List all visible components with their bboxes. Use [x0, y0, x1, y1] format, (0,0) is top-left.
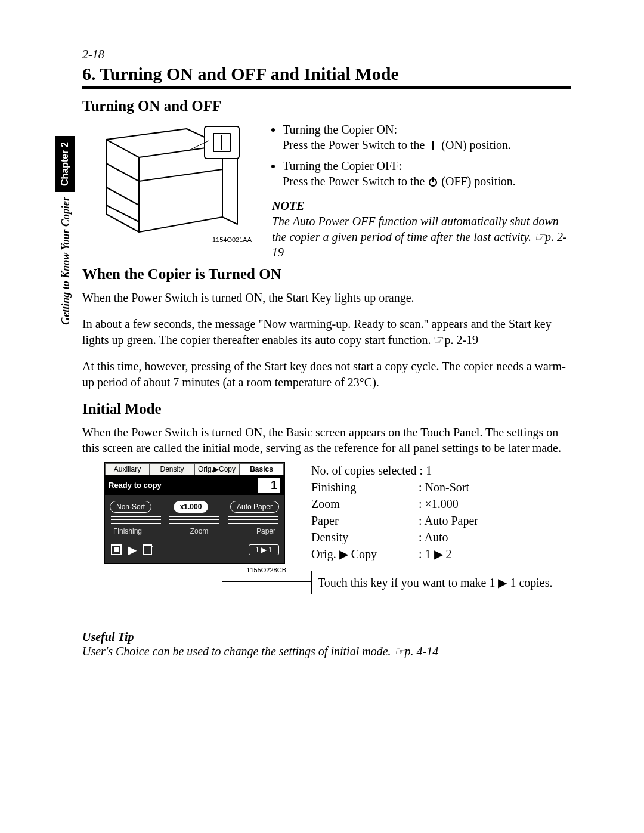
status-text: Ready to copy	[109, 481, 162, 490]
setting-value: : Auto Paper	[419, 512, 478, 529]
panel-label-paper: Paper	[256, 527, 275, 535]
svg-rect-6	[432, 141, 434, 150]
turnedon-p1: When the Power Switch is turned ON, the …	[82, 290, 571, 305]
page-number: 2-18	[82, 48, 571, 61]
turnedon-p3: At this time, however, pressing of the S…	[82, 358, 571, 390]
onoff-description: Turning the Copier ON: Press the Power S…	[272, 122, 571, 260]
status-bar: Ready to copy 1	[105, 475, 284, 495]
setting-label: Paper	[311, 512, 419, 529]
section-heading-onoff: Turning ON and OFF	[82, 98, 571, 114]
setting-value: : Non-Sort	[419, 479, 469, 496]
tab-orig-copy[interactable]: Orig.▶Copy	[194, 463, 239, 475]
setting-label: Zoom	[311, 496, 419, 512]
useful-tip-body: User's Choice can be used to change the …	[82, 644, 571, 658]
side-section-title: Getting to Know Your Copier	[60, 197, 72, 325]
illustration-id: 1154O021AA	[212, 236, 252, 243]
bullet-off: Turning the Copier OFF: Press the Power …	[283, 158, 571, 190]
setting-value: : ×1.000	[419, 496, 459, 512]
off-position-icon	[428, 176, 438, 187]
copy-doc-icon	[141, 543, 154, 556]
setting-value: : 1 ▶ 2	[419, 546, 452, 562]
callout-leader-line	[222, 581, 311, 582]
copier-illustration: 1154O021AA	[82, 122, 255, 243]
section-heading-initial: Initial Mode	[82, 401, 571, 417]
svg-rect-11	[143, 545, 151, 555]
copy-count: 1	[258, 478, 280, 493]
bullet-on: Turning the Copier ON: Press the Power S…	[283, 122, 571, 153]
orig-copy-icons: ▶	[110, 543, 154, 557]
callout-box: Touch this key if you want to make 1 ▶ 1…	[311, 571, 559, 594]
setting-label: Density	[311, 529, 419, 546]
pill-autopaper[interactable]: Auto Paper	[230, 501, 279, 513]
setting-label: Finishing	[311, 479, 419, 496]
touch-panel-screenshot: Auxiliary Density Orig.▶Copy Basics Read…	[104, 462, 285, 564]
panel-label-zoom: Zoom	[190, 527, 209, 535]
one-to-one-button[interactable]: 1 ▶ 1	[249, 544, 279, 555]
copies-selected: No. of copies selected : 1	[311, 462, 559, 479]
section-heading-turnedon: When the Copier is Turned ON	[82, 266, 571, 283]
turnedon-p2: In about a few seconds, the message "Now…	[82, 316, 571, 348]
tab-basics[interactable]: Basics	[239, 463, 284, 475]
page-title: 6. Turning ON and OFF and Initial Mode	[82, 64, 571, 84]
underline-icon	[111, 516, 161, 524]
page-content: 2-18 6. Turning ON and OFF and Initial M…	[82, 48, 571, 658]
underline-icon	[228, 516, 278, 524]
panel-image-id: 1155O228CB	[246, 566, 286, 574]
pill-zoom[interactable]: x1.000	[174, 501, 209, 513]
chapter-tab: Chapter 2	[55, 136, 75, 192]
portrait-doc-icon	[110, 543, 123, 556]
initial-para: When the Power Switch is turned ON, the …	[82, 425, 571, 456]
tab-auxiliary[interactable]: Auxiliary	[105, 463, 150, 475]
on-position-icon	[428, 140, 438, 151]
underline-icon	[169, 516, 219, 524]
panel-label-finishing: Finishing	[113, 527, 142, 535]
svg-rect-10	[114, 547, 119, 552]
initial-settings-list: No. of copies selected : 1 Finishing: No…	[311, 462, 559, 594]
note-heading: NOTE	[272, 198, 571, 213]
title-rule	[82, 86, 571, 89]
pill-nonsort[interactable]: Non-Sort	[110, 501, 151, 513]
setting-label: Orig. ▶ Copy	[311, 546, 419, 562]
setting-value: : Auto	[419, 529, 448, 546]
note-body: The Auto Power OFF function will automat…	[272, 213, 571, 260]
copier-icon	[82, 122, 255, 241]
tab-density[interactable]: Density	[150, 463, 194, 475]
useful-tip-heading: Useful Tip	[82, 630, 571, 644]
